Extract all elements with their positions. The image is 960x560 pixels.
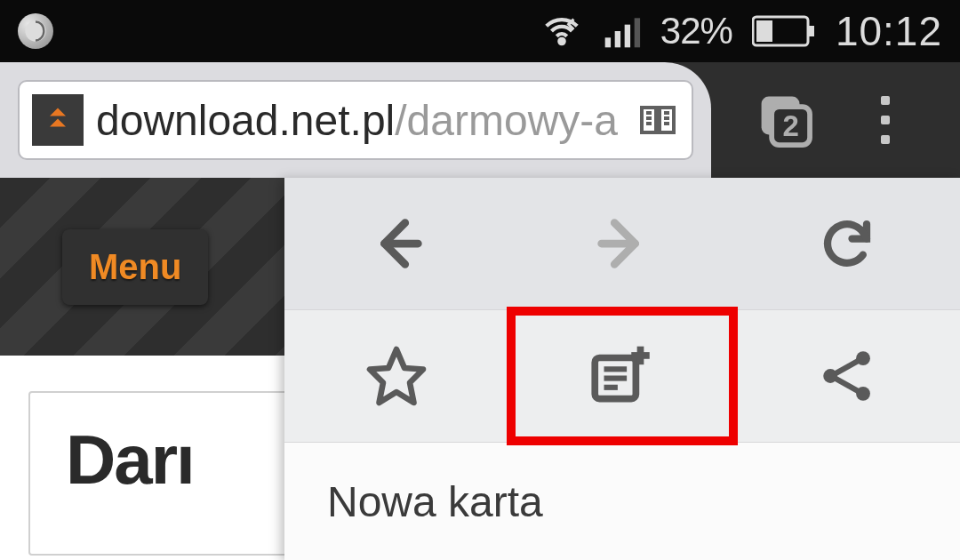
svg-rect-5	[634, 18, 639, 47]
battery-icon	[752, 13, 816, 49]
battery-percent: 32%	[660, 10, 732, 52]
svg-line-30	[836, 361, 859, 373]
address-bar[interactable]: download.net.pl/darmowy-a	[18, 80, 693, 160]
cell-signal-icon	[602, 12, 641, 51]
url-host: download.net.pl	[96, 97, 395, 144]
page-menu-button[interactable]: Menu	[62, 229, 208, 305]
browser-toolbar: download.net.pl/darmowy-a 2	[0, 62, 960, 178]
svg-point-1	[559, 39, 564, 44]
current-tab: download.net.pl/darmowy-a	[0, 62, 711, 178]
menu-item-new-tab[interactable]: Nowa karta	[284, 443, 960, 560]
page-card: Darı	[28, 391, 291, 556]
android-status-bar: 32% 10:12	[0, 0, 960, 62]
nav-forward-button[interactable]	[509, 178, 734, 309]
svg-rect-4	[624, 25, 629, 48]
svg-rect-8	[756, 20, 772, 42]
site-favicon	[32, 94, 84, 146]
url-text: download.net.pl/darmowy-a	[96, 96, 624, 145]
bookmark-button[interactable]	[284, 310, 510, 442]
firefox-status-icon	[18, 13, 53, 49]
clock: 10:12	[836, 7, 942, 55]
browser-dropdown-menu: Nowa karta	[284, 178, 960, 560]
svg-rect-2	[604, 37, 610, 47]
page-title: Darı	[66, 420, 253, 500]
tab-switcher-button[interactable]: 2	[756, 91, 814, 149]
share-button[interactable]	[735, 310, 960, 442]
wifi-icon	[541, 11, 582, 52]
svg-text:2: 2	[782, 109, 798, 142]
reader-mode-icon[interactable]	[636, 99, 679, 141]
url-path: /darmowy-a	[395, 97, 618, 144]
svg-line-31	[836, 379, 859, 391]
svg-rect-7	[808, 26, 814, 36]
svg-marker-20	[370, 349, 423, 403]
nav-back-button[interactable]	[284, 178, 509, 309]
add-to-reading-list-button[interactable]	[510, 310, 736, 442]
overflow-menu-button[interactable]	[868, 93, 903, 147]
svg-rect-3	[614, 31, 620, 47]
nav-reload-button[interactable]	[735, 178, 960, 309]
